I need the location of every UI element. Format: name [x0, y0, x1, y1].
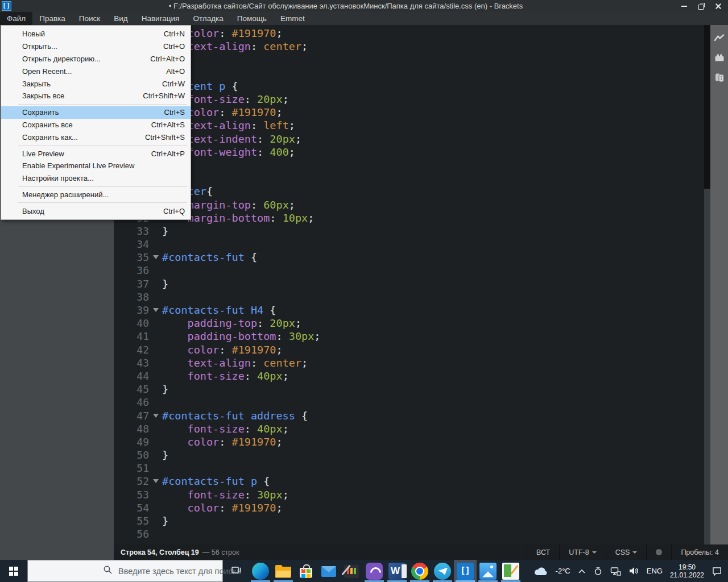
code-line: 23 font-size: 20px;	[114, 93, 704, 106]
line-number: 47	[114, 410, 149, 422]
menubar-item-1[interactable]: Файл	[0, 12, 32, 25]
file-menu-item[interactable]: Enable Experimental Live Preview	[1, 160, 191, 172]
menu-item-shortcut: Ctrl+Alt+S	[151, 120, 185, 129]
status-right-items: ВСТUTF-8CSSПробелы: 4	[527, 544, 728, 560]
update-circle-icon[interactable]	[593, 566, 603, 576]
code-text: text-align: center;	[162, 357, 308, 369]
menubar-item-2[interactable]: Правка	[32, 12, 72, 25]
file-menu-item[interactable]: СохранитьCtrl+S	[1, 106, 191, 119]
taskbar-app-photos[interactable]	[477, 560, 499, 582]
scrollbar-thumb[interactable]	[704, 25, 710, 189]
lint-status-indicator[interactable]	[646, 544, 671, 560]
editor-scrollbar[interactable]	[704, 25, 710, 544]
code-text: padding-bottom: 30px;	[162, 330, 320, 342]
file-menu-item[interactable]: ЗакрытьCtrl+W	[1, 77, 191, 90]
line-number: 48	[114, 423, 149, 435]
fold-gutter	[149, 479, 162, 483]
code-line: 28}	[114, 159, 704, 172]
menubar-item-8[interactable]: Emmet	[274, 12, 312, 25]
fold-arrow-icon[interactable]	[153, 479, 159, 483]
file-menu-item[interactable]: Настройки проекта...	[1, 172, 191, 185]
indent-setting-label: Пробелы: 4	[681, 548, 719, 556]
file-menu-item[interactable]: НовыйCtrl+N	[1, 28, 191, 40]
code-line: 22#content p {	[114, 80, 704, 93]
fold-arrow-icon[interactable]	[153, 308, 159, 312]
menubar-item-5[interactable]: Навигация	[135, 12, 187, 25]
taskbar-app-edge[interactable]	[249, 560, 272, 582]
taskbar-app-viber[interactable]	[363, 560, 386, 582]
menubar-item-4[interactable]: Вид	[107, 12, 134, 25]
taskbar-app-word[interactable]	[386, 560, 408, 582]
file-menu-item[interactable]: Сохранить как...Ctrl+Shift+S	[1, 131, 191, 143]
line-number: 37	[114, 278, 149, 290]
editor-toolbar	[710, 25, 728, 544]
indent-setting[interactable]: Пробелы: 4	[671, 544, 728, 560]
code-line: 45}	[114, 383, 704, 396]
temperature-indicator[interactable]: -2°C	[556, 567, 570, 575]
encoding-selector[interactable]: UTF-8	[559, 544, 605, 560]
taskbar-app-explorer[interactable]	[272, 560, 295, 582]
line-number: 39	[114, 304, 149, 316]
chevron-up-icon[interactable]	[578, 568, 586, 574]
line-number: 55	[114, 515, 149, 527]
line-number: 49	[114, 436, 149, 448]
file-menu-item[interactable]: Открыть директорию...Ctrl+Alt+O	[1, 53, 191, 65]
search-input[interactable]: Введите здесь текст для поиска	[27, 560, 223, 582]
line-number: 36	[114, 264, 149, 276]
restore-icon[interactable]	[697, 2, 705, 10]
file-menu-item[interactable]: ВыходCtrl+Q	[1, 205, 191, 217]
taskbar-app-mail[interactable]	[317, 560, 340, 582]
line-number: 34	[114, 238, 149, 250]
menubar-item-7[interactable]: Помощь	[230, 12, 274, 25]
taskbar-app-gtool[interactable]	[340, 560, 363, 582]
menu-item-shortcut: Ctrl+O	[163, 42, 185, 51]
clock[interactable]: 19:5021.01.2022	[670, 563, 704, 579]
line-number: 33	[114, 225, 149, 237]
menu-item-shortcut: Ctrl+N	[164, 30, 185, 38]
live-preview-icon[interactable]	[714, 33, 725, 44]
fold-arrow-icon[interactable]	[153, 255, 159, 259]
extension-manager-icon[interactable]	[714, 52, 725, 64]
taskbar-app-brackets[interactable]	[454, 560, 477, 582]
network-icon[interactable]	[610, 567, 621, 576]
menubar-item-6[interactable]: Отладка	[186, 12, 230, 25]
start-button[interactable]	[0, 560, 27, 582]
menu-item-label: Закрыть все	[22, 92, 143, 100]
insert-mode-indicator[interactable]: ВСТ	[527, 544, 559, 560]
file-menu-item[interactable]: Закрыть всеCtrl+Shift+W	[1, 90, 191, 102]
file-menu-item[interactable]: Live PreviewCtrl+Alt+P	[1, 147, 191, 160]
speaker-icon[interactable]	[628, 566, 639, 576]
status-dot-icon	[656, 549, 662, 555]
menubar-item-3[interactable]: Поиск	[72, 12, 107, 25]
file-menu-item[interactable]: Открыть...Ctrl+O	[1, 40, 191, 53]
fold-arrow-icon[interactable]	[153, 414, 159, 418]
file-menu-item[interactable]: Сохранить всеCtrl+Alt+S	[1, 119, 191, 131]
action-center-icon[interactable]	[712, 566, 722, 576]
task-view-button[interactable]	[223, 560, 249, 582]
language-indicator[interactable]: ENG	[647, 567, 663, 575]
mail-icon	[320, 563, 337, 580]
taskbar-app-store[interactable]	[295, 560, 317, 582]
file-menu-item[interactable]: Open Recent...Alt+O	[1, 65, 191, 77]
menu-bar: ФайлПравкаПоискВидНавигацияОтладкаПомощь…	[0, 12, 728, 25]
line-number: 40	[114, 317, 149, 329]
language-mode-selector[interactable]: CSS	[606, 544, 647, 560]
code-line: 42 color: #191970;	[114, 343, 704, 356]
weather-cloud-icon[interactable]	[533, 566, 548, 576]
code-editor[interactable]: 18 color: #191970;19 text-align: center;…	[114, 25, 704, 544]
taskbar-app-chrome[interactable]	[408, 560, 431, 582]
minimize-icon[interactable]	[680, 2, 688, 10]
line-number: 50	[114, 449, 149, 461]
taskbar-app-notepad[interactable]	[499, 560, 522, 582]
encoding-selector-label: UTF-8	[569, 548, 589, 556]
close-icon[interactable]	[714, 2, 722, 10]
overlapping-cards-icon[interactable]	[714, 72, 725, 83]
desktop: • F:/Разработка сайтов/Сайт обслуживание…	[0, 0, 728, 582]
code-line: 39#contacts-fut H4 {	[114, 304, 704, 317]
fold-gutter	[149, 308, 162, 312]
line-number: 35	[114, 251, 149, 263]
taskbar-apps	[249, 560, 522, 582]
taskbar-app-telegram[interactable]	[431, 560, 454, 582]
file-menu-item[interactable]: Менеджер расширений...	[1, 189, 191, 201]
telegram-icon	[434, 563, 451, 580]
